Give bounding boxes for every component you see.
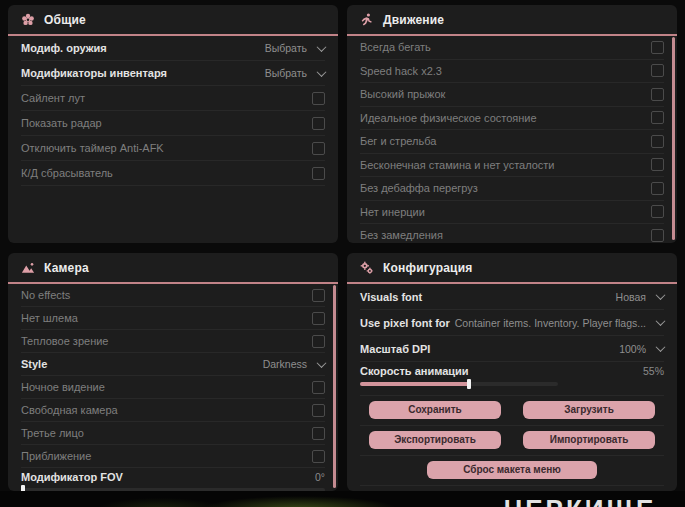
row-label: Свободная камера bbox=[21, 404, 118, 416]
row-label: Без замедления bbox=[360, 229, 443, 241]
checkbox[interactable] bbox=[312, 142, 325, 155]
checkbox[interactable] bbox=[651, 205, 664, 218]
dropdown[interactable]: Container items. Inventory. Player flags… bbox=[455, 317, 664, 329]
checkbox[interactable] bbox=[651, 111, 664, 124]
dropdown-value: Container items. Inventory. Player flags… bbox=[455, 317, 646, 329]
slider-row: Модификатор FOV0° bbox=[21, 468, 325, 491]
settings-row: Бесконечная стамина и нет усталости bbox=[360, 154, 664, 178]
dropdown-value: Новая bbox=[616, 291, 646, 303]
flower-icon bbox=[21, 13, 35, 27]
settings-row: Масштаб DPI100% bbox=[360, 336, 664, 362]
checkbox[interactable] bbox=[312, 450, 325, 463]
panel-camera: Камера No effectsНет шлемаТепловое зрени… bbox=[8, 253, 338, 491]
chevron-down-icon bbox=[656, 342, 666, 352]
checkbox[interactable] bbox=[651, 41, 664, 54]
settings-row: Идеальное физическое состояние bbox=[360, 107, 664, 131]
checkbox[interactable] bbox=[651, 158, 664, 171]
load-button[interactable]: Загрузить bbox=[523, 401, 655, 419]
chevron-down-icon bbox=[656, 316, 666, 326]
checkbox[interactable] bbox=[312, 117, 325, 130]
dropdown[interactable]: Выбрать bbox=[265, 42, 325, 54]
panel-movement-header: Движение bbox=[347, 5, 677, 36]
row-label: Модификатор FOV bbox=[21, 471, 123, 483]
row-label: Visuals font bbox=[360, 291, 422, 303]
settings-row: Visuals fontНовая bbox=[360, 284, 664, 310]
button-row: ЭкспортироватьИмпортировать bbox=[360, 426, 664, 456]
settings-row: Нет шлема bbox=[21, 307, 325, 330]
camera-rows: No effectsНет шлемаТепловое зрениеStyleD… bbox=[8, 284, 338, 491]
settings-row: Speed hack x2.3 bbox=[360, 60, 664, 84]
panel-title: Общие bbox=[44, 13, 86, 27]
scrollbar[interactable] bbox=[672, 37, 675, 240]
settings-row: Без дебаффа перегруз bbox=[360, 177, 664, 201]
import-button[interactable]: Импортировать bbox=[523, 431, 655, 449]
row-label: Speed hack x2.3 bbox=[360, 65, 442, 77]
slider[interactable] bbox=[360, 382, 558, 386]
checkbox[interactable] bbox=[312, 167, 325, 180]
row-label: Нет шлема bbox=[21, 312, 78, 324]
settings-row: Ночное видение bbox=[21, 376, 325, 399]
checkbox[interactable] bbox=[312, 335, 325, 348]
row-label: Style bbox=[21, 358, 47, 370]
row-label: Сайлент лут bbox=[21, 92, 85, 104]
checkbox[interactable] bbox=[312, 289, 325, 302]
dropdown[interactable]: Darkness bbox=[263, 358, 325, 370]
settings-row: StyleDarkness bbox=[21, 353, 325, 376]
settings-row: Сайлент лут bbox=[21, 86, 325, 111]
checkbox[interactable] bbox=[651, 88, 664, 101]
row-label: Высокий прыжок bbox=[360, 88, 445, 100]
settings-row: Показать радар bbox=[21, 111, 325, 136]
dropdown-value: 100% bbox=[619, 343, 646, 355]
reset-menu-layout-button[interactable]: Сброс макета меню bbox=[427, 461, 597, 479]
settings-row: Свободная камера bbox=[21, 399, 325, 422]
slider-fill bbox=[360, 382, 469, 386]
checkbox[interactable] bbox=[651, 182, 664, 195]
settings-row: Модификаторы инвентаряВыбрать bbox=[21, 61, 325, 86]
checkbox[interactable] bbox=[651, 64, 664, 77]
dropdown[interactable]: 100% bbox=[619, 343, 664, 355]
dropdown[interactable]: Новая bbox=[616, 291, 664, 303]
row-label: Скорость анимации bbox=[360, 365, 469, 377]
row-label: Масштаб DPI bbox=[360, 343, 430, 355]
settings-row: Всегда бегать bbox=[360, 36, 664, 60]
row-label: Бег и стрельба bbox=[360, 135, 436, 147]
settings-row: Бег и стрельба bbox=[360, 130, 664, 154]
chevron-down-icon bbox=[317, 42, 327, 52]
checkbox[interactable] bbox=[651, 135, 664, 148]
row-label: К/Д сбрасыватель bbox=[21, 167, 113, 179]
row-label: Показать радар bbox=[21, 117, 102, 129]
row-label: Нет инерции bbox=[360, 206, 425, 218]
checkbox[interactable] bbox=[312, 427, 325, 440]
panels-grid: Общие Модиф. оружияВыбратьМодификаторы и… bbox=[8, 5, 677, 491]
general-rows: Модиф. оружияВыбратьМодификаторы инвента… bbox=[8, 36, 338, 186]
panel-general: Общие Модиф. оружияВыбратьМодификаторы и… bbox=[8, 5, 338, 243]
chevron-down-icon bbox=[656, 290, 666, 300]
settings-row: Модиф. оружияВыбрать bbox=[21, 36, 325, 61]
scrollbar[interactable] bbox=[333, 285, 336, 488]
settings-row: Тепловое зрение bbox=[21, 330, 325, 353]
dropdown[interactable]: Выбрать bbox=[265, 67, 325, 79]
settings-row: Высокий прыжок bbox=[360, 83, 664, 107]
button-row: СохранитьЗагрузить bbox=[360, 396, 664, 426]
background-strip: ЧЕРКИЩЕ bbox=[0, 491, 685, 507]
chevron-down-icon bbox=[317, 67, 327, 77]
save-button[interactable]: Сохранить bbox=[369, 401, 501, 419]
panel-config-header: Конфигурация bbox=[347, 253, 677, 284]
checkbox[interactable] bbox=[651, 229, 664, 242]
row-label: Use pixel font for bbox=[360, 317, 450, 329]
settings-row: Нет инерции bbox=[360, 201, 664, 225]
settings-row: Use pixel font forContainer items. Inven… bbox=[360, 310, 664, 336]
panel-title: Движение bbox=[383, 13, 444, 27]
movement-rows: Всегда бегатьSpeed hack x2.3Высокий прыж… bbox=[347, 36, 677, 243]
slider-handle[interactable] bbox=[467, 379, 471, 389]
gears-icon bbox=[360, 261, 374, 275]
checkbox[interactable] bbox=[312, 404, 325, 417]
checkbox[interactable] bbox=[312, 92, 325, 105]
export-button[interactable]: Экспортировать bbox=[369, 431, 501, 449]
checkbox[interactable] bbox=[312, 312, 325, 325]
settings-row: К/Д сбрасыватель bbox=[21, 161, 325, 186]
settings-row: Третье лицо bbox=[21, 422, 325, 445]
dropdown-value: Выбрать bbox=[265, 42, 307, 54]
checkbox[interactable] bbox=[312, 381, 325, 394]
row-label: Модификаторы инвентаря bbox=[21, 67, 167, 79]
